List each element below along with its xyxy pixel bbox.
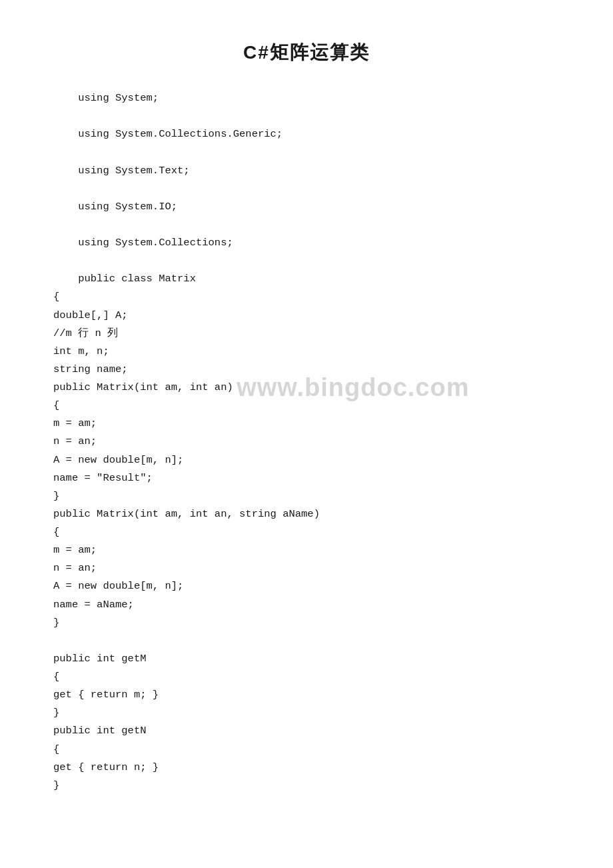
page-title: C#矩阵运算类 <box>53 40 560 65</box>
code-content: using System; using System.Collections.G… <box>53 89 560 795</box>
